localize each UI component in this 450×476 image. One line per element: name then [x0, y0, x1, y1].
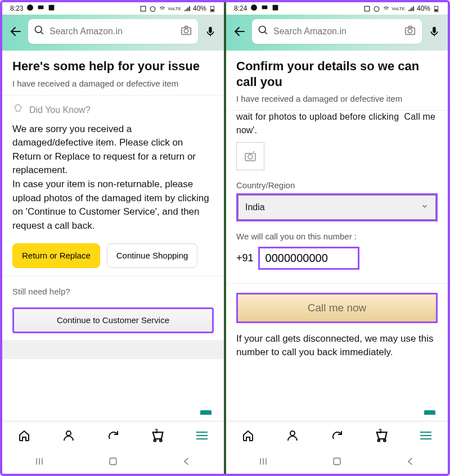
screen-help-issue: 8:23 VoLTE 40% [2, 2, 224, 474]
home-button[interactable] [106, 455, 120, 468]
status-time: 8:23 [10, 4, 23, 12]
phone-label: We will call you on this number : [226, 232, 448, 241]
lightbulb-icon [12, 103, 24, 117]
chat-icon [37, 4, 44, 13]
nav-home[interactable] [238, 425, 258, 446]
nfc-icon [140, 5, 147, 12]
svg-point-26 [290, 431, 295, 436]
continue-shopping-button[interactable]: Continue Shopping [107, 243, 198, 268]
spacer-strip [2, 340, 224, 359]
country-value: India [245, 202, 265, 212]
alarm-icon [373, 5, 380, 12]
nav-refresh[interactable] [103, 425, 123, 446]
phone-input[interactable]: 0000000000 [258, 247, 359, 270]
system-nav [226, 449, 448, 474]
whatsapp-icon [250, 4, 258, 13]
svg-rect-3 [141, 6, 146, 11]
search-icon [258, 25, 269, 38]
svg-point-7 [35, 26, 42, 33]
svg-point-22 [408, 29, 412, 33]
svg-rect-1 [38, 6, 44, 9]
svg-rect-23 [433, 27, 436, 33]
did-you-know-label: Did You Know? [29, 105, 91, 115]
signal-icon [407, 5, 415, 12]
nav-cart[interactable]: 3 [371, 425, 392, 446]
svg-point-9 [184, 29, 188, 33]
app-header [226, 15, 448, 51]
screen-confirm-details: 8:24 VoLTE 40% [226, 2, 448, 474]
disconnect-note: If your call gets disconnected, we may u… [236, 332, 438, 359]
upload-photo-button[interactable] [236, 142, 264, 170]
alarm-icon [149, 5, 156, 12]
volte-icon: VoLTE [168, 6, 181, 11]
nav-home[interactable] [14, 425, 34, 446]
search-input[interactable] [273, 26, 399, 37]
continue-customer-service-button[interactable]: Continue to Customer Service [12, 307, 214, 333]
help-body-text: We are sorry you received a damaged/defe… [12, 123, 214, 233]
svg-rect-6 [211, 9, 213, 11]
truncated-instruction: now'. [226, 122, 448, 135]
voice-search-button[interactable] [428, 25, 441, 38]
country-region-label: Country/Region [226, 180, 448, 190]
country-code: +91 [236, 252, 254, 264]
voice-search-button[interactable] [204, 25, 217, 38]
battery-icon [209, 5, 216, 12]
svg-rect-15 [273, 5, 278, 11]
svg-rect-2 [49, 5, 55, 11]
back-button[interactable] [9, 25, 22, 38]
wifi-icon [382, 5, 390, 12]
page-title: Confirm your details so we can call you [236, 58, 438, 89]
bottom-nav: 3 [2, 421, 224, 449]
nav-cart[interactable]: 3 [147, 425, 168, 446]
still-need-help-label: Still need help? [12, 287, 214, 296]
svg-rect-14 [262, 6, 268, 9]
app-header [2, 15, 224, 51]
svg-rect-19 [435, 9, 437, 11]
recents-button[interactable] [33, 455, 46, 468]
nav-refresh[interactable] [327, 425, 347, 446]
svg-point-0 [27, 4, 33, 11]
system-nav [2, 449, 224, 474]
nav-menu[interactable] [192, 425, 212, 446]
svg-rect-16 [364, 6, 370, 11]
svg-point-13 [251, 4, 257, 11]
page-title: Here's some help for your issue [12, 58, 214, 74]
battery-icon [433, 5, 440, 12]
back-system-button[interactable] [180, 455, 194, 468]
recents-button[interactable] [256, 455, 270, 468]
return-replace-button[interactable]: Return or Replace [12, 243, 100, 268]
nav-account[interactable] [58, 425, 79, 446]
cart-count: 3 [379, 428, 382, 434]
svg-rect-10 [209, 27, 212, 33]
status-bar: 8:23 VoLTE 40% [2, 2, 224, 15]
camera-icon[interactable] [180, 24, 192, 39]
signal-icon [183, 5, 191, 12]
back-button[interactable] [233, 25, 246, 38]
svg-point-4 [150, 6, 155, 11]
issue-subtitle: I have received a damaged or defective i… [236, 94, 438, 103]
home-button[interactable] [330, 455, 344, 468]
country-select[interactable]: India [238, 195, 436, 220]
volte-icon: VoLTE [392, 6, 405, 11]
nav-account[interactable] [282, 425, 303, 446]
back-system-button[interactable] [404, 455, 417, 468]
search-box[interactable] [252, 19, 422, 44]
search-input[interactable] [50, 26, 176, 37]
issue-subtitle: I have received a damaged or defective i… [12, 79, 214, 88]
cart-count: 3 [155, 428, 158, 434]
nfc-icon [363, 5, 371, 12]
svg-point-11 [66, 431, 71, 436]
call-me-now-button[interactable]: Call me now [236, 293, 438, 323]
bottom-nav: 3 [226, 421, 448, 449]
svg-rect-12 [110, 458, 116, 465]
svg-point-25 [248, 155, 253, 159]
search-box[interactable] [28, 19, 198, 44]
search-icon [34, 25, 45, 38]
menu-indicator [424, 410, 435, 415]
chevron-down-icon [421, 202, 429, 212]
image-icon [48, 4, 55, 13]
status-bar: 8:24 VoLTE 40% [226, 2, 448, 15]
battery-text: 40% [193, 4, 206, 12]
nav-menu[interactable] [416, 425, 436, 446]
camera-icon[interactable] [404, 24, 416, 39]
